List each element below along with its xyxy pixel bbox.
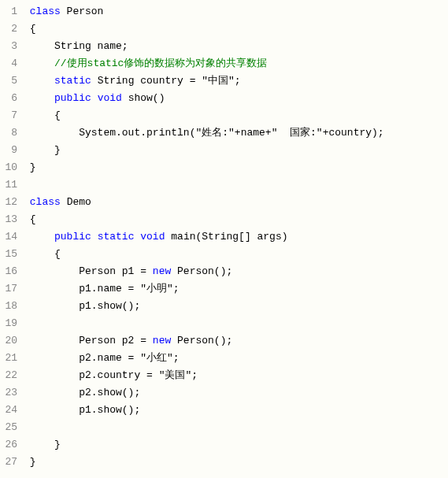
- line-number-gutter: 1234567891011121314151617181920212223242…: [0, 3, 24, 471]
- line-number: 5: [0, 72, 17, 90]
- code-token: String name;: [24, 40, 128, 52]
- code-token: [24, 196, 30, 208]
- code-token: Person p1 =: [24, 265, 153, 277]
- code-token: Person p2 =: [24, 335, 153, 346]
- code-token: class: [24, 6, 61, 17]
- code-token: {: [24, 248, 61, 260]
- code-line: }: [24, 142, 448, 159]
- code-token: public: [54, 92, 91, 104]
- code-token: }: [24, 144, 61, 156]
- code-line: Person p2 = new Person();: [24, 332, 448, 350]
- code-line: [24, 315, 448, 332]
- line-number: 27: [0, 454, 17, 471]
- code-token: main(String[] args): [165, 231, 287, 243]
- code-line: //使用static修饰的数据称为对象的共享数据: [24, 55, 448, 72]
- code-line: System.out.println("姓名:"+name+" 国家:"+cou…: [24, 124, 448, 142]
- code-token: System.out.println("姓名:"+name+" 国家:"+cou…: [24, 127, 384, 139]
- code-token: String country = "中国";: [91, 75, 241, 87]
- code-token: p1.show();: [24, 404, 140, 416]
- line-number: 8: [0, 124, 17, 142]
- line-number: 16: [0, 263, 17, 280]
- code-line: class Person: [24, 3, 448, 20]
- code-line: p1.show();: [24, 298, 448, 315]
- line-number: 2: [0, 20, 17, 38]
- line-number: 23: [0, 384, 17, 402]
- code-line: [24, 176, 448, 194]
- code-token: Person();: [171, 335, 232, 346]
- code-line: {: [24, 246, 448, 263]
- line-number: 18: [0, 298, 17, 315]
- code-content-area: class Person { String name; //使用static修饰…: [24, 3, 448, 471]
- code-token: p2.show();: [24, 387, 140, 398]
- code-token: {: [24, 23, 36, 35]
- line-number: 4: [0, 55, 17, 72]
- line-number: 14: [0, 228, 17, 246]
- code-token: void: [140, 231, 165, 243]
- code-line: {: [24, 107, 448, 124]
- code-line: class Demo: [24, 194, 448, 211]
- code-token: {: [24, 109, 61, 121]
- line-number: 15: [0, 246, 17, 263]
- line-number: 3: [0, 38, 17, 55]
- code-token: Person: [61, 6, 104, 17]
- line-number: 9: [0, 142, 17, 159]
- code-line: String name;: [24, 38, 448, 55]
- line-number: 21: [0, 350, 17, 367]
- code-line: }: [24, 436, 448, 454]
- line-number: 24: [0, 402, 17, 419]
- code-token: p1.show();: [24, 300, 140, 312]
- code-token: class: [30, 196, 61, 208]
- code-token: void: [98, 92, 122, 104]
- code-token: [24, 57, 54, 69]
- code-token: Demo: [61, 196, 91, 208]
- code-line: public void show(): [24, 90, 448, 107]
- line-number: 1: [0, 3, 17, 20]
- code-token: }: [24, 456, 36, 468]
- code-line: p1.name = "小明";: [24, 280, 448, 298]
- code-editor: 1234567891011121314151617181920212223242…: [0, 0, 448, 474]
- code-token: [24, 92, 54, 104]
- code-token: show(): [122, 92, 165, 104]
- line-number: 22: [0, 367, 17, 384]
- line-number: 20: [0, 332, 17, 350]
- code-line: p2.country = "美国";: [24, 367, 448, 384]
- line-number: 25: [0, 419, 17, 436]
- code-token: [91, 231, 98, 243]
- code-line: p1.show();: [24, 402, 448, 419]
- code-token: static: [98, 231, 135, 243]
- code-line: p2.show();: [24, 384, 448, 402]
- code-token: [91, 92, 98, 104]
- code-token: {: [24, 213, 36, 225]
- code-token: [24, 75, 54, 87]
- code-token: p1.name = "小明";: [24, 283, 180, 295]
- code-token: p2.country = "美国";: [24, 369, 198, 381]
- code-line: p2.name = "小红";: [24, 350, 448, 367]
- code-token: new: [153, 335, 171, 346]
- code-token: Person();: [171, 265, 232, 277]
- code-line: {: [24, 211, 448, 228]
- line-number: 12: [0, 194, 17, 211]
- code-token: //使用static修饰的数据称为对象的共享数据: [54, 57, 267, 69]
- code-line: [24, 419, 448, 436]
- line-number: 17: [0, 280, 17, 298]
- code-token: p2.name = "小红";: [24, 352, 180, 364]
- code-token: [24, 231, 54, 243]
- code-token: new: [153, 265, 171, 277]
- code-token: static: [54, 75, 91, 87]
- line-number: 19: [0, 315, 17, 332]
- line-number: 26: [0, 436, 17, 454]
- code-line: public static void main(String[] args): [24, 228, 448, 246]
- code-token: }: [24, 161, 36, 173]
- code-line: Person p1 = new Person();: [24, 263, 448, 280]
- code-line: {: [24, 20, 448, 38]
- line-number: 10: [0, 159, 17, 176]
- code-line: }: [24, 159, 448, 176]
- line-number: 6: [0, 90, 17, 107]
- code-token: public: [54, 231, 91, 243]
- line-number: 7: [0, 107, 17, 124]
- code-line: }: [24, 454, 448, 471]
- code-token: }: [24, 439, 61, 450]
- line-number: 11: [0, 176, 17, 194]
- code-line: static String country = "中国";: [24, 72, 448, 90]
- line-number: 13: [0, 211, 17, 228]
